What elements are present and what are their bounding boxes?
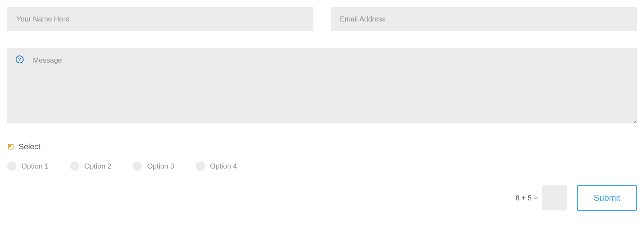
submit-button[interactable]: Submit — [577, 185, 637, 211]
name-input[interactable] — [7, 7, 313, 31]
radio-group: Option 1 Option 2 Option 3 Option 4 — [7, 161, 637, 171]
radio-option-4[interactable]: Option 4 — [196, 161, 237, 171]
name-email-row — [7, 7, 637, 31]
select-icon — [7, 143, 14, 150]
email-col — [331, 7, 637, 31]
captcha-question: 8 + 5 = — [516, 194, 538, 202]
radio-circle-icon — [70, 161, 79, 171]
contact-form: ? Select Option 1 Option 2 — [7, 7, 637, 211]
radio-label: Option 3 — [147, 162, 174, 170]
name-col — [7, 7, 313, 31]
captcha-input[interactable] — [542, 185, 567, 210]
select-section: Select Option 1 Option 2 Option 3 Option… — [7, 142, 637, 171]
help-icon[interactable]: ? — [16, 55, 24, 63]
radio-circle-icon — [7, 161, 16, 171]
captcha-group: 8 + 5 = — [516, 185, 567, 210]
radio-option-1[interactable]: Option 1 — [7, 161, 49, 171]
radio-option-3[interactable]: Option 3 — [133, 161, 174, 171]
radio-circle-icon — [196, 161, 205, 171]
email-input[interactable] — [331, 7, 637, 31]
radio-circle-icon — [133, 161, 142, 171]
radio-label: Option 2 — [84, 162, 112, 170]
radio-label: Option 4 — [210, 162, 237, 170]
footer-row: 8 + 5 = Submit — [7, 185, 637, 211]
radio-label: Option 1 — [21, 162, 49, 170]
select-header: Select — [7, 142, 637, 151]
message-textarea[interactable] — [7, 48, 637, 123]
radio-option-2[interactable]: Option 2 — [70, 161, 112, 171]
message-wrap: ? — [7, 48, 637, 125]
select-label: Select — [19, 142, 40, 151]
